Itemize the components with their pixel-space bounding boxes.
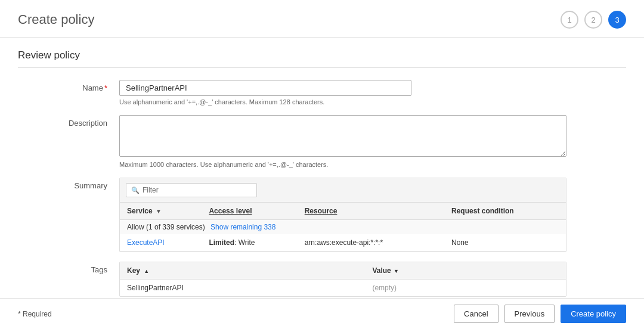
access-bold: Limited <box>209 238 234 247</box>
tags-row: Tags Key ▲ Value ▼ <box>18 262 626 297</box>
cell-service: ExecuteAPI <box>120 234 202 252</box>
tags-container: Key ▲ Value ▼ SellingPartnerAPI <box>119 262 566 297</box>
col-key: Key ▲ <box>120 262 365 280</box>
execute-api-link[interactable]: ExecuteAPI <box>127 238 165 247</box>
service-sort-icon[interactable]: ▼ <box>156 208 162 215</box>
filter-wrap: 🔍 <box>126 183 257 197</box>
filter-input[interactable] <box>143 186 252 194</box>
name-row: Name Use alphanumeric and '+=,.@-_' char… <box>18 80 626 105</box>
description-row: Description Maximum 1000 characters. Use… <box>18 115 626 168</box>
tags-data-row: SellingPartnerAPI (empty) <box>120 280 566 297</box>
filter-row: 🔍 <box>120 178 566 203</box>
cell-condition: None <box>444 234 566 252</box>
create-policy-button[interactable]: Create policy <box>561 305 626 323</box>
summary-container: 🔍 Service ▼ Access level <box>119 178 566 252</box>
name-label: Name <box>18 80 119 92</box>
cell-access: Limited: Write <box>202 234 297 252</box>
table-header-row: Service ▼ Access level Resource Request … <box>120 203 566 220</box>
col-resource: Resource <box>298 203 444 220</box>
summary-table: Service ▼ Access level Resource Request … <box>120 203 566 252</box>
allow-row: Allow (1 of 339 services) Show remaining… <box>120 220 566 235</box>
allow-text: Allow (1 of 339 services) <box>127 223 205 231</box>
tag-key-cell: SellingPartnerAPI <box>120 280 365 297</box>
description-input[interactable] <box>119 115 566 157</box>
description-hint: Maximum 1000 characters. Use alphanumeri… <box>119 161 572 168</box>
tags-header-row: Key ▲ Value ▼ <box>120 262 566 280</box>
access-rest: : Write <box>234 238 255 247</box>
col-value: Value ▼ <box>365 262 566 280</box>
section-title: Review policy <box>18 49 626 68</box>
val-sort-down-icon: ▼ <box>394 268 399 274</box>
footer: * Required Cancel Previous Create policy <box>0 298 644 329</box>
col-service: Service ▼ <box>120 203 202 220</box>
name-input[interactable] <box>119 80 411 96</box>
summary-row: Summary 🔍 Service ▼ <box>18 178 626 252</box>
summary-label: Summary <box>18 178 119 190</box>
show-remaining-link[interactable]: Show remaining 338 <box>210 223 275 231</box>
description-field: Maximum 1000 characters. Use alphanumeri… <box>119 115 572 168</box>
summary-field: 🔍 Service ▼ Access level <box>119 178 572 252</box>
main-content: Review policy Name Use alphanumeric and … <box>0 38 644 329</box>
col-access: Access level <box>202 203 297 220</box>
step-1: 1 <box>561 11 578 29</box>
description-label: Description <box>18 115 119 128</box>
name-field: Use alphanumeric and '+=,.@-_' character… <box>119 80 572 105</box>
step-3: 3 <box>608 11 626 29</box>
table-row: ExecuteAPI Limited: Write arn:aws:execut… <box>120 234 566 252</box>
step-2: 2 <box>584 11 602 29</box>
page-header: Create policy 1 2 3 <box>0 0 644 38</box>
name-hint: Use alphanumeric and '+=,.@-_' character… <box>119 98 572 105</box>
key-sort-up-icon: ▲ <box>144 268 149 274</box>
col-request: Request condition <box>444 203 566 220</box>
cancel-button[interactable]: Cancel <box>454 305 498 323</box>
page-title: Create policy <box>18 12 94 27</box>
steps-indicator: 1 2 3 <box>561 11 626 29</box>
cell-resource: arn:aws:execute-api:*:*:* <box>298 234 444 252</box>
tags-label: Tags <box>18 262 119 274</box>
tags-field: Key ▲ Value ▼ SellingPartnerAPI <box>119 262 572 297</box>
allow-cell: Allow (1 of 339 services) Show remaining… <box>120 220 566 235</box>
required-note: * Required <box>18 310 52 318</box>
previous-button[interactable]: Previous <box>504 305 555 323</box>
footer-buttons: Cancel Previous Create policy <box>454 305 626 323</box>
tags-table: Key ▲ Value ▼ SellingPartnerAPI <box>120 262 566 296</box>
tag-value-cell: (empty) <box>365 280 566 297</box>
search-icon: 🔍 <box>131 187 140 194</box>
